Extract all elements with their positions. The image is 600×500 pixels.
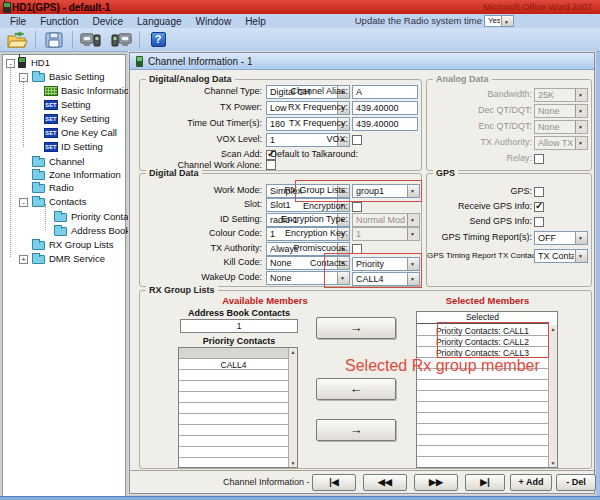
tree-item-setting[interactable]: Setting xyxy=(61,99,91,111)
set-icon: SET xyxy=(44,114,58,124)
wakeup-code-select[interactable]: None xyxy=(266,271,350,285)
toolbar-separator xyxy=(35,31,36,49)
app-radio-icon xyxy=(3,2,11,13)
set-icon: SET xyxy=(44,100,58,110)
gps-checkbox[interactable] xyxy=(534,187,544,197)
help-button[interactable]: ? xyxy=(146,30,170,50)
menu-help[interactable]: Help xyxy=(245,16,266,27)
tree-item-channel[interactable]: Channel xyxy=(49,156,84,168)
selected-column-header: Selected xyxy=(417,312,548,324)
receive-gps-checkbox[interactable] xyxy=(534,202,544,212)
tree-item-contacts[interactable]: Contacts xyxy=(49,196,87,208)
move-right-button[interactable]: → xyxy=(316,317,396,339)
group-title: Digital Data xyxy=(146,168,202,179)
tree-item-key-setting[interactable]: Key Setting xyxy=(61,113,110,125)
tree-item-zone-information[interactable]: Zone Information xyxy=(49,169,121,181)
tree-item-one-key-call[interactable]: One Key Call xyxy=(61,127,117,139)
scrollbar[interactable] xyxy=(288,348,297,467)
last-record-button[interactable]: ▶| xyxy=(465,474,505,491)
menu-device[interactable]: Device xyxy=(92,16,123,27)
contacts-member-select[interactable]: CALL4 xyxy=(352,272,420,286)
wakeup-code-label: WakeUp Code: xyxy=(142,271,262,284)
menu-window[interactable]: Window xyxy=(196,16,232,27)
priority-contacts-item[interactable]: CALL4 xyxy=(179,360,288,371)
tree-item-id-setting[interactable]: ID Setting xyxy=(61,141,103,153)
tree-item-rx-group-lists[interactable]: RX Group Lists xyxy=(49,239,113,251)
promiscuous-checkbox[interactable] xyxy=(352,244,362,254)
rx-group-lists-label: RX Group Lists: xyxy=(270,184,348,197)
move-right-button-2[interactable]: → xyxy=(316,419,396,441)
priority-contacts-list[interactable]: CALL4 xyxy=(178,347,298,468)
next-record-button[interactable]: ▶▶ xyxy=(414,474,458,491)
encryption-checkbox[interactable] xyxy=(352,202,362,212)
chevron-down-icon[interactable] xyxy=(337,272,349,284)
expand-icon[interactable]: + xyxy=(19,255,28,264)
chevron-down-icon[interactable] xyxy=(575,232,587,244)
collapse-icon[interactable]: - xyxy=(6,59,15,68)
previous-record-button[interactable]: ◀◀ xyxy=(363,474,407,491)
tx-frequency-input[interactable]: 439.40000 xyxy=(352,117,418,131)
chevron-down-icon[interactable] xyxy=(575,250,587,262)
tree-item-hd1[interactable]: HD1 xyxy=(31,57,50,69)
move-left-button[interactable]: ← xyxy=(316,378,396,400)
tx-authority-label: TX Authority: xyxy=(142,242,262,255)
address-book-contacts-list[interactable]: 1 xyxy=(180,319,298,333)
chevron-down-icon xyxy=(407,214,419,226)
gps-timing-label: GPS Timing Report(s): xyxy=(429,231,532,244)
encryption-key-label: Encryption Key: xyxy=(270,227,348,240)
selected-member-item[interactable]: Priority Contacts: CALL2 xyxy=(417,337,548,348)
open-file-button[interactable] xyxy=(5,30,29,50)
chevron-down-icon[interactable] xyxy=(407,273,419,285)
send-gps-checkbox[interactable] xyxy=(534,217,544,227)
add-record-button[interactable]: + Add xyxy=(510,474,552,491)
collapse-icon[interactable]: - xyxy=(19,73,28,82)
chevron-down-icon[interactable] xyxy=(407,258,419,270)
tree-item-basic-setting[interactable]: Basic Setting xyxy=(49,71,104,83)
window-radio-icon xyxy=(136,56,143,67)
contacts-select[interactable]: Priority xyxy=(352,257,420,271)
gps-tx-contacts-select[interactable]: TX Contact xyxy=(534,249,588,263)
tree-connector-line xyxy=(45,204,46,230)
send-gps-label: Send GPS Info: xyxy=(429,215,532,228)
rx-frequency-label: RX Frequency: xyxy=(270,101,348,114)
gps-tx-contacts-label: GPS Timing Report TX Contacts: xyxy=(427,249,532,262)
first-record-button[interactable]: |◀ xyxy=(312,474,356,491)
window-title-bar[interactable]: Channel Information - 1 xyxy=(130,53,594,70)
analog-tx-authority-label: TX Authority: xyxy=(429,136,532,149)
read-from-radio-button[interactable] xyxy=(79,30,103,50)
tree-item-dmr-service[interactable]: DMR Service xyxy=(49,253,105,265)
chevron-down-icon[interactable] xyxy=(407,185,419,197)
basic-information-icon xyxy=(44,86,58,96)
delete-record-button[interactable]: - Del xyxy=(556,474,596,491)
gps-timing-select[interactable]: OFF xyxy=(534,231,588,245)
set-icon: SET xyxy=(44,142,58,152)
chevron-down-icon[interactable] xyxy=(501,16,513,26)
vox-checkbox[interactable] xyxy=(352,135,362,145)
save-file-button[interactable] xyxy=(42,30,66,50)
rx-frequency-input[interactable]: 439.40000 xyxy=(352,101,418,115)
bandwidth-select: 25K xyxy=(534,88,588,102)
menu-language[interactable]: Language xyxy=(137,16,182,27)
menu-function[interactable]: Function xyxy=(40,16,78,27)
annotation-text: Selected Rx group member xyxy=(345,357,540,375)
empty-list-item[interactable] xyxy=(179,348,288,358)
channel-type-label: Channel Type: xyxy=(142,85,262,98)
tree-item-basic-information[interactable]: Basic Information xyxy=(61,85,134,97)
talkaround-label: Default to Talkaround: xyxy=(270,148,358,161)
collapse-icon[interactable]: - xyxy=(19,198,28,207)
tree-item-radio[interactable]: Radio xyxy=(49,182,74,194)
channel-alias-input[interactable]: A xyxy=(352,85,418,99)
selected-members-list[interactable]: Selected Priority Contacts: CALL1 Priori… xyxy=(416,311,558,468)
analog-tx-authority-select: Allow TX xyxy=(534,136,588,150)
scrollbar[interactable] xyxy=(548,325,557,467)
radio-time-select[interactable]: Yes xyxy=(484,15,514,27)
menu-file[interactable]: File xyxy=(10,16,26,27)
selected-member-item[interactable]: Priority Contacts: CALL1 xyxy=(417,326,548,337)
folder-icon xyxy=(32,255,45,264)
rx-group-lists-select[interactable]: group1 xyxy=(352,184,420,198)
work-alone-checkbox[interactable] xyxy=(266,160,276,170)
contacts-member-value: CALL4 xyxy=(356,273,406,285)
write-to-radio-button[interactable] xyxy=(109,30,133,50)
address-book-item[interactable]: 1 xyxy=(181,321,297,332)
tx-power-label: TX Power: xyxy=(142,101,262,114)
